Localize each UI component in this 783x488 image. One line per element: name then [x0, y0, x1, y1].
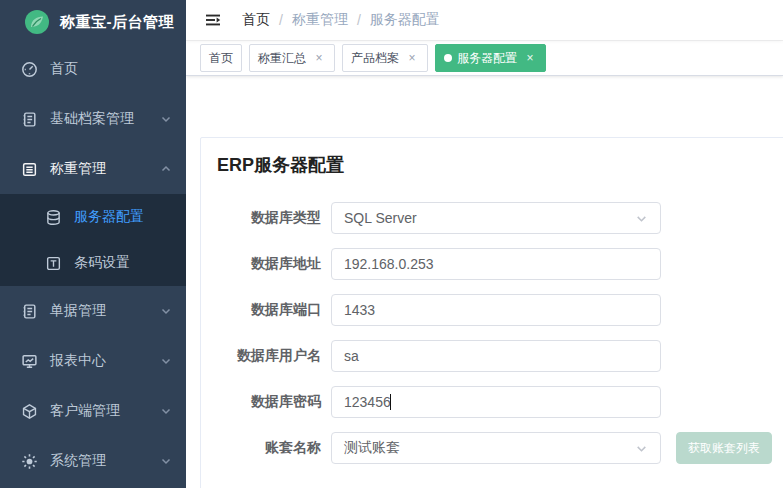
- archive-icon: [20, 110, 38, 128]
- chevron-down-icon: [160, 355, 172, 367]
- app-logo[interactable]: 称重宝-后台管理: [0, 0, 186, 44]
- tab-product-archive[interactable]: 产品档案 ×: [342, 44, 428, 72]
- server-icon: [44, 208, 62, 226]
- db-type-label: 数据库类型: [217, 209, 321, 227]
- tab-server-config[interactable]: 服务器配置 ×: [435, 44, 546, 72]
- chevron-down-icon: [160, 305, 172, 317]
- barcode-icon: [44, 254, 62, 272]
- weighing-submenu: 服务器配置 条码设置: [0, 194, 186, 286]
- page-title: ERP服务器配置: [217, 153, 783, 178]
- db-host-label: 数据库地址: [217, 255, 321, 273]
- form-row-db-password: 数据库密码: [217, 386, 783, 418]
- close-icon[interactable]: ×: [523, 51, 537, 65]
- tab-weighing-summary[interactable]: 称重汇总 ×: [249, 44, 335, 72]
- breadcrumb: 首页 / 称重管理 / 服务器配置: [242, 11, 440, 29]
- settings-gear-icon: [20, 452, 38, 470]
- breadcrumb-item-server-config: 服务器配置: [370, 11, 440, 29]
- chevron-down-icon: [160, 113, 172, 125]
- text-cursor: [390, 394, 391, 410]
- db-port-input[interactable]: [331, 294, 661, 326]
- sidebar-item-label: 基础档案管理: [50, 110, 134, 128]
- erp-config-card: ERP服务器配置 数据库类型 SQL Server 数据库地址 数据库端口: [200, 137, 783, 488]
- sidebar-item-label: 服务器配置: [74, 208, 144, 226]
- account-set-label: 账套名称: [217, 439, 321, 457]
- fetch-account-list-button[interactable]: 获取账套列表: [676, 432, 772, 464]
- form-row-db-type: 数据库类型 SQL Server: [217, 202, 783, 234]
- weighing-icon: [20, 160, 38, 178]
- sidebar-item-label: 报表中心: [50, 352, 106, 370]
- logo-leaf-icon: [24, 9, 50, 35]
- sidebar-item-server-config[interactable]: 服务器配置: [0, 194, 186, 240]
- close-icon[interactable]: ×: [312, 51, 326, 65]
- sidebar-item-label: 条码设置: [74, 254, 130, 272]
- db-port-label: 数据库端口: [217, 301, 321, 319]
- db-type-selected-value: SQL Server: [344, 210, 417, 226]
- tab-label: 产品档案: [351, 50, 399, 67]
- tab-label: 服务器配置: [457, 50, 517, 67]
- sidebar-item-report-center[interactable]: 报表中心: [0, 336, 186, 386]
- sidebar-item-weighing[interactable]: 称重管理: [0, 144, 186, 194]
- db-password-label: 数据库密码: [217, 393, 321, 411]
- sidebar: 称重宝-后台管理 首页 基础档案管理: [0, 0, 186, 488]
- main-area: 首页 / 称重管理 / 服务器配置 首页 称重汇总 × 产品档案 × 服务器配置…: [186, 0, 783, 488]
- sidebar-item-label: 客户端管理: [50, 402, 120, 420]
- chevron-down-icon: [635, 442, 648, 455]
- active-tab-dot: [444, 54, 452, 62]
- form-row-db-host: 数据库地址: [217, 248, 783, 280]
- client-icon: [20, 402, 38, 420]
- account-set-selected-value: 测试账套: [344, 439, 400, 457]
- sidebar-item-client-mgmt[interactable]: 客户端管理: [0, 386, 186, 436]
- breadcrumb-item-home[interactable]: 首页: [242, 11, 270, 29]
- form-row-db-port: 数据库端口: [217, 294, 783, 326]
- breadcrumb-separator: /: [279, 12, 283, 28]
- form-row-account-set: 账套名称 测试账套 获取账套列表: [217, 432, 783, 464]
- sidebar-menu: 首页 基础档案管理 称重管理: [0, 44, 186, 486]
- chevron-up-icon: [160, 163, 172, 175]
- db-user-label: 数据库用户名: [217, 347, 321, 365]
- tab-home[interactable]: 首页: [200, 44, 242, 72]
- breadcrumb-separator: /: [357, 12, 361, 28]
- sidebar-item-base-archive[interactable]: 基础档案管理: [0, 94, 186, 144]
- db-password-input[interactable]: [331, 386, 661, 418]
- db-host-input[interactable]: [331, 248, 661, 280]
- report-icon: [20, 352, 38, 370]
- sidebar-item-home[interactable]: 首页: [0, 44, 186, 94]
- sidebar-item-system-mgmt[interactable]: 系统管理: [0, 436, 186, 486]
- sidebar-item-orders[interactable]: 单据管理: [0, 286, 186, 336]
- content-area: ERP服务器配置 数据库类型 SQL Server 数据库地址 数据库端口: [186, 76, 783, 488]
- top-navbar: 首页 / 称重管理 / 服务器配置: [186, 0, 783, 40]
- db-username-input[interactable]: [331, 340, 661, 372]
- db-password-wrapper: [331, 386, 661, 418]
- account-set-select[interactable]: 测试账套: [331, 432, 661, 464]
- chevron-down-icon: [160, 405, 172, 417]
- tab-label: 称重汇总: [258, 50, 306, 67]
- chevron-down-icon: [160, 455, 172, 467]
- tab-label: 首页: [209, 50, 233, 67]
- chevron-down-icon: [635, 212, 648, 225]
- sidebar-item-label: 单据管理: [50, 302, 106, 320]
- sidebar-item-barcode-settings[interactable]: 条码设置: [0, 240, 186, 286]
- form-row-db-user: 数据库用户名: [217, 340, 783, 372]
- document-icon: [20, 302, 38, 320]
- db-type-select[interactable]: SQL Server: [331, 202, 661, 234]
- breadcrumb-item-weighing: 称重管理: [292, 11, 348, 29]
- sidebar-collapse-icon[interactable]: [198, 5, 228, 35]
- app-title: 称重宝-后台管理: [60, 13, 174, 32]
- sidebar-item-label: 系统管理: [50, 452, 106, 470]
- sidebar-item-label: 首页: [50, 60, 78, 78]
- close-icon[interactable]: ×: [405, 51, 419, 65]
- sidebar-item-label: 称重管理: [50, 160, 106, 178]
- tags-view-bar: 首页 称重汇总 × 产品档案 × 服务器配置 ×: [186, 40, 783, 76]
- dashboard-icon: [20, 60, 38, 78]
